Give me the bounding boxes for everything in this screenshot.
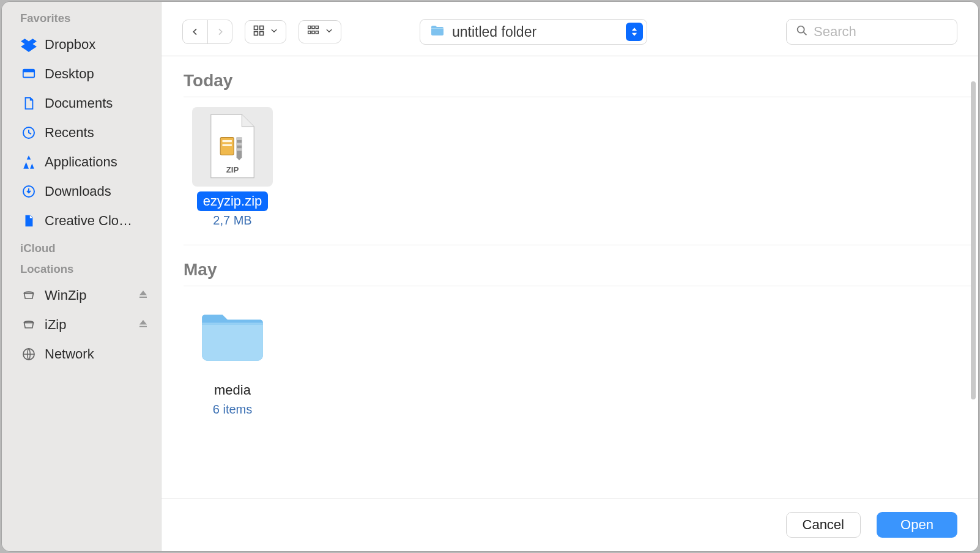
location-name: untitled folder bbox=[452, 24, 620, 40]
svg-rect-6 bbox=[260, 26, 264, 30]
search-input[interactable] bbox=[814, 24, 978, 40]
cancel-button[interactable]: Cancel bbox=[786, 512, 861, 538]
sidebar-item-winzip[interactable]: WinZip bbox=[14, 282, 155, 309]
disk-icon bbox=[20, 316, 37, 333]
sidebar-item-label: Applications bbox=[45, 154, 117, 170]
folder-icon bbox=[429, 23, 446, 40]
sidebar-item-label: iZip bbox=[45, 317, 66, 333]
chevron-down-icon bbox=[325, 26, 333, 37]
file-name: ezyzip.zip bbox=[197, 191, 269, 211]
dropbox-icon bbox=[20, 36, 37, 53]
back-button[interactable] bbox=[183, 20, 207, 43]
sidebar-item-documents[interactable]: Documents bbox=[14, 90, 155, 117]
open-button[interactable]: Open bbox=[877, 512, 957, 538]
svg-rect-11 bbox=[316, 26, 318, 29]
footer: Cancel Open bbox=[161, 498, 978, 551]
eject-icon[interactable] bbox=[138, 288, 149, 303]
search-field[interactable] bbox=[786, 19, 957, 45]
svg-text:ZIP: ZIP bbox=[226, 165, 239, 174]
desktop-icon bbox=[20, 65, 37, 83]
sidebar-item-creative-cloud[interactable]: Creative Clo… bbox=[14, 207, 155, 234]
search-icon bbox=[795, 24, 809, 40]
sidebar-section-favorites: Favorites bbox=[14, 12, 155, 25]
svg-point-15 bbox=[798, 26, 804, 33]
date-group-today: Today ZIP bbox=[161, 56, 972, 245]
sidebar-item-label: Recents bbox=[45, 125, 94, 141]
sidebar-item-label: WinZip bbox=[45, 288, 86, 303]
svg-rect-1 bbox=[23, 70, 34, 73]
group-grid-icon bbox=[306, 24, 320, 39]
file-item-ezyzip[interactable]: ZIP ezyzip.zip 2,7 MB bbox=[184, 107, 281, 228]
sidebar-section-locations: Locations bbox=[14, 262, 155, 276]
sidebar-item-desktop[interactable]: Desktop bbox=[14, 61, 155, 87]
file-name: media bbox=[208, 380, 257, 400]
group-by-button[interactable] bbox=[299, 20, 341, 43]
sidebar-item-label: Dropbox bbox=[45, 37, 95, 53]
sidebar-item-label: Desktop bbox=[45, 66, 94, 82]
forward-button[interactable] bbox=[207, 20, 232, 43]
svg-rect-14 bbox=[316, 31, 318, 34]
svg-rect-18 bbox=[223, 144, 232, 146]
toolbar: untitled folder bbox=[161, 2, 978, 56]
scrollbar[interactable] bbox=[971, 81, 976, 399]
svg-rect-8 bbox=[260, 32, 264, 35]
svg-rect-17 bbox=[223, 140, 232, 142]
sidebar-item-applications[interactable]: Applications bbox=[14, 149, 155, 176]
main-pane: untitled folder Today bbox=[161, 2, 978, 551]
grid-icon bbox=[253, 24, 265, 39]
folder-icon bbox=[192, 296, 273, 376]
sidebar-item-label: Documents bbox=[45, 95, 113, 111]
updown-arrows-icon bbox=[626, 23, 643, 41]
sidebar-item-recents[interactable]: Recents bbox=[14, 119, 155, 146]
file-open-dialog: Favorites Dropbox Desktop Documents Rece… bbox=[2, 2, 978, 551]
sidebar-item-label: Downloads bbox=[45, 184, 111, 199]
sidebar-item-downloads[interactable]: Downloads bbox=[14, 178, 155, 205]
sidebar-item-izip[interactable]: iZip bbox=[14, 311, 155, 338]
view-mode-icons-button[interactable] bbox=[245, 20, 286, 43]
svg-rect-10 bbox=[312, 26, 314, 29]
eject-icon[interactable] bbox=[138, 317, 149, 333]
zip-file-icon: ZIP bbox=[192, 107, 273, 187]
svg-rect-13 bbox=[312, 31, 314, 34]
date-group-may: May media 6 items bbox=[161, 245, 972, 434]
folder-item-media[interactable]: media 6 items bbox=[184, 296, 281, 417]
nav-group bbox=[182, 20, 232, 44]
sidebar-item-dropbox[interactable]: Dropbox bbox=[14, 31, 155, 58]
svg-rect-5 bbox=[254, 26, 258, 30]
item-count: 6 items bbox=[213, 403, 252, 417]
sidebar-section-icloud: iCloud bbox=[14, 242, 155, 255]
documents-icon bbox=[20, 95, 37, 112]
creative-cloud-files-icon bbox=[20, 212, 37, 229]
applications-icon bbox=[20, 154, 37, 171]
group-title: Today bbox=[184, 71, 972, 91]
downloads-icon bbox=[20, 183, 37, 200]
sidebar-item-label: Network bbox=[45, 346, 94, 362]
group-title: May bbox=[184, 260, 972, 280]
sidebar-item-network[interactable]: Network bbox=[14, 341, 155, 368]
svg-rect-9 bbox=[308, 26, 311, 29]
svg-rect-7 bbox=[254, 32, 258, 35]
file-content-area: Today ZIP bbox=[161, 56, 978, 498]
sidebar-item-label: Creative Clo… bbox=[45, 213, 132, 229]
network-globe-icon bbox=[20, 346, 37, 363]
clock-icon bbox=[20, 124, 37, 141]
disk-icon bbox=[20, 287, 37, 304]
file-size: 2,7 MB bbox=[213, 213, 251, 228]
location-picker[interactable]: untitled folder bbox=[420, 19, 647, 45]
chevron-down-icon bbox=[270, 26, 278, 37]
svg-rect-12 bbox=[308, 31, 311, 34]
sidebar: Favorites Dropbox Desktop Documents Rece… bbox=[2, 2, 161, 551]
